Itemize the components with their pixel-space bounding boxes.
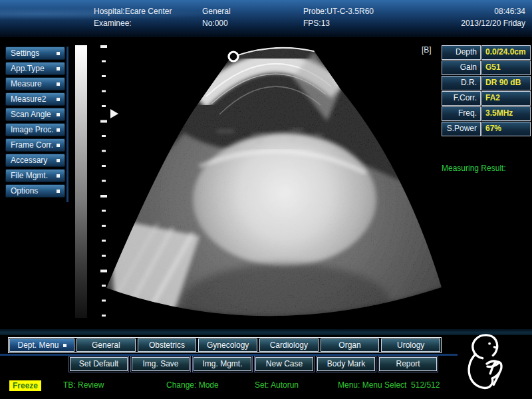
param-value: 67%: [481, 122, 531, 136]
img-mgmt-button[interactable]: Img. Mgmt.: [194, 357, 251, 371]
focus-arrow-icon[interactable]: [110, 109, 118, 118]
sector-scan: [93, 40, 446, 332]
dept-tab-obstetrics[interactable]: Obstetrics: [138, 338, 197, 352]
menu-square-icon: [57, 144, 60, 147]
menu-square-icon: [57, 128, 60, 132]
img-save-button[interactable]: Img. Save: [132, 357, 190, 371]
param-row-gain[interactable]: GainG51: [442, 61, 531, 75]
freeze-indicator: Freeze: [9, 380, 41, 391]
clock-time: 08:46:34: [494, 7, 525, 16]
sidebar-item-settings[interactable]: Settings: [5, 47, 65, 60]
sidebar-menu: Settings App.Type Measure Measure2 Scan …: [5, 47, 65, 200]
param-value: DR 90 dB: [481, 76, 531, 90]
probe-label: Probe:UT-C-3.5R60: [303, 7, 374, 16]
menu-square-icon: [57, 159, 60, 162]
sidebar-item-scan-angle[interactable]: Scan Angle: [5, 108, 65, 121]
app-type-label: General: [202, 7, 231, 16]
examinee-label: Examinee:: [94, 19, 132, 28]
param-value: FA2: [481, 91, 531, 106]
menu-square-icon: [63, 344, 66, 347]
menu-square-icon: [57, 82, 60, 86]
menu-square-icon: [57, 174, 60, 178]
parameter-panel: Depth0.0/24.0cm GainG51 D.R.DR 90 dB F.C…: [442, 45, 531, 137]
sidebar-track: [66, 47, 68, 202]
dept-tab-cardiology[interactable]: Cardiology: [259, 338, 319, 352]
set-default-button[interactable]: Set Default: [70, 357, 128, 371]
top-info-bar: Hospital:Ecare Center Examinee: General …: [0, 0, 532, 37]
sidebar-item-measure2[interactable]: Measure2: [5, 92, 65, 106]
sidebar-item-accessary[interactable]: Accessary: [5, 154, 65, 167]
dept-menu-glow: [0, 354, 458, 356]
dept-menu-button[interactable]: Dept. Menu: [9, 338, 74, 352]
orientation-marker-icon: [229, 52, 238, 61]
action-button-bar: Set Default Img. Save Img. Mgmt. New Cas…: [70, 357, 437, 371]
measuring-result-label: Measuring Result:: [442, 164, 506, 173]
new-case-button[interactable]: New Case: [255, 357, 313, 371]
dept-tab-gynecology[interactable]: Gynecology: [198, 338, 257, 352]
dept-tab-urology[interactable]: Urology: [381, 338, 440, 352]
sidebar-item-image-proc[interactable]: Image Proc.: [5, 123, 65, 136]
sidebar-item-file-mgmt[interactable]: File Mgmt.: [5, 169, 65, 182]
menu-hint: Menu: Menu Select 512/512: [338, 380, 440, 390]
sidebar-item-options[interactable]: Options: [5, 184, 65, 198]
dept-menu-bar: Dept. Menu General Obstetrics Gynecology…: [8, 337, 442, 353]
patient-number: No:000: [202, 19, 228, 28]
param-value: 0.0/24.0cm: [481, 45, 531, 60]
fps-label: FPS:13: [303, 19, 330, 28]
change-hint: Change: Mode: [166, 380, 219, 390]
body-mark-button[interactable]: Body Mark: [317, 357, 375, 371]
set-hint: Set: Autorun: [255, 380, 299, 390]
param-value: 3.5MHz: [481, 106, 531, 121]
trackball-hint: TB: Review: [63, 380, 104, 390]
hospital-name: Hospital:Ecare Center: [94, 7, 172, 16]
bottom-separator: [0, 329, 532, 335]
menu-square-icon: [57, 52, 60, 55]
ultrasound-image[interactable]: [93, 40, 446, 332]
report-button[interactable]: Report: [379, 357, 437, 371]
param-row-depth[interactable]: Depth0.0/24.0cm: [442, 45, 531, 60]
param-row-dr[interactable]: D.R.DR 90 dB: [442, 76, 531, 90]
param-row-spower[interactable]: S.Power67%: [442, 122, 531, 136]
param-value: G51: [481, 61, 531, 75]
clock-date: 2013/12/20 Friday: [461, 19, 525, 28]
menu-square-icon: [57, 113, 60, 116]
fetus-logo-icon: [467, 332, 509, 394]
menu-square-icon: [57, 98, 60, 101]
dept-tab-organ[interactable]: Organ: [321, 338, 380, 352]
param-row-freq[interactable]: Freq.3.5MHz: [442, 106, 531, 121]
param-row-fcorr[interactable]: F.Corr.FA2: [442, 91, 531, 106]
sidebar-item-measure[interactable]: Measure: [5, 77, 65, 90]
menu-square-icon: [57, 190, 60, 193]
dept-tab-general[interactable]: General: [76, 338, 136, 352]
sidebar-item-app-type[interactable]: App.Type: [5, 62, 65, 75]
ultrasound-app: Hospital:Ecare Center Examinee: General …: [0, 0, 532, 399]
sidebar-item-frame-corr[interactable]: Frame Corr.: [5, 138, 65, 152]
grayscale-bar: [75, 45, 87, 318]
depth-ruler: [100, 45, 107, 317]
menu-square-icon: [57, 67, 60, 70]
